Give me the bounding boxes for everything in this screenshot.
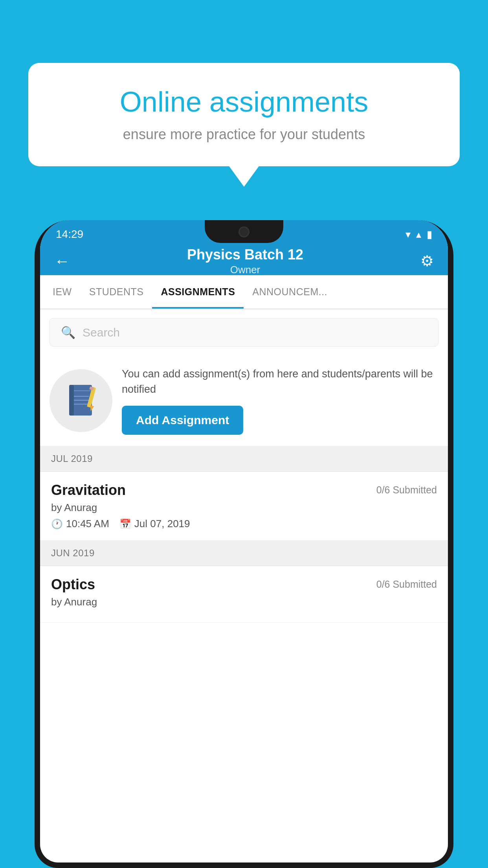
assignment-author: by Anurag xyxy=(51,502,437,514)
meta-date: 📅 Jul 07, 2019 xyxy=(119,518,190,530)
tab-assignments[interactable]: ASSIGNMENTS xyxy=(152,275,244,309)
info-text-block: You can add assignment(s) from here and … xyxy=(122,366,438,435)
speech-bubble-container: Online assignments ensure more practice … xyxy=(28,63,460,166)
assignment-header-row-optics: Optics 0/6 Submitted xyxy=(51,576,437,593)
info-icon-circle xyxy=(50,369,112,432)
tab-iew[interactable]: IEW xyxy=(44,275,81,309)
status-icons: ▾ ▴ ▮ xyxy=(405,228,432,241)
assignment-submitted: 0/6 Submitted xyxy=(376,484,437,496)
add-assignment-button[interactable]: Add Assignment xyxy=(122,406,243,435)
assignment-title-optics: Optics xyxy=(51,576,95,593)
tab-announcements[interactable]: ANNOUNCEM... xyxy=(244,275,336,309)
meta-time: 🕐 10:45 AM xyxy=(51,518,109,530)
phone-frame: 14:29 ▾ ▴ ▮ ← Physics Batch 12 Owner ⚙ I… xyxy=(35,220,453,868)
header-subtitle: Owner xyxy=(70,264,420,276)
speech-bubble: Online assignments ensure more practice … xyxy=(28,63,460,166)
assignment-title: Gravitation xyxy=(51,482,126,498)
month-separator-jul: JUL 2019 xyxy=(40,446,448,472)
assignment-date: Jul 07, 2019 xyxy=(134,518,190,530)
assignment-item-gravitation[interactable]: Gravitation 0/6 Submitted by Anurag 🕐 10… xyxy=(40,472,448,541)
settings-button[interactable]: ⚙ xyxy=(420,252,434,270)
phone-camera xyxy=(238,226,250,237)
phone-notch xyxy=(205,220,283,243)
phone-screen: 14:29 ▾ ▴ ▮ ← Physics Batch 12 Owner ⚙ I… xyxy=(40,220,448,862)
assignment-meta: 🕐 10:45 AM 📅 Jul 07, 2019 xyxy=(51,518,437,530)
assignment-submitted-optics: 0/6 Submitted xyxy=(376,579,437,590)
search-container: 🔍 Search xyxy=(40,309,448,355)
speech-bubble-subtitle: ensure more practice for your students xyxy=(56,126,432,143)
calendar-icon: 📅 xyxy=(119,519,131,530)
header-center: Physics Batch 12 Owner xyxy=(70,246,420,276)
search-bar[interactable]: 🔍 Search xyxy=(50,318,438,347)
month-separator-jun: JUN 2019 xyxy=(40,541,448,566)
assignment-time: 10:45 AM xyxy=(66,518,109,530)
assignment-item-optics[interactable]: Optics 0/6 Submitted by Anurag xyxy=(40,566,448,623)
clock-icon: 🕐 xyxy=(51,519,63,530)
notebook-icon xyxy=(65,383,97,418)
info-card: You can add assignment(s) from here and … xyxy=(40,355,448,446)
battery-icon: ▮ xyxy=(427,228,432,241)
svg-rect-5 xyxy=(69,385,74,416)
tab-students[interactable]: STUDENTS xyxy=(81,275,152,309)
search-icon: 🔍 xyxy=(61,326,75,339)
info-description: You can add assignment(s) from here and … xyxy=(122,366,438,397)
status-time: 14:29 xyxy=(56,228,83,241)
assignment-header-row: Gravitation 0/6 Submitted xyxy=(51,482,437,498)
assignment-author-optics: by Anurag xyxy=(51,596,437,608)
speech-bubble-title: Online assignments xyxy=(56,86,432,118)
search-placeholder: Search xyxy=(83,326,120,339)
back-button[interactable]: ← xyxy=(54,252,70,270)
signal-icon: ▴ xyxy=(416,228,421,241)
tabs-bar: IEW STUDENTS ASSIGNMENTS ANNOUNCEM... xyxy=(40,275,448,309)
wifi-icon: ▾ xyxy=(405,228,411,241)
header-title: Physics Batch 12 xyxy=(70,246,420,263)
